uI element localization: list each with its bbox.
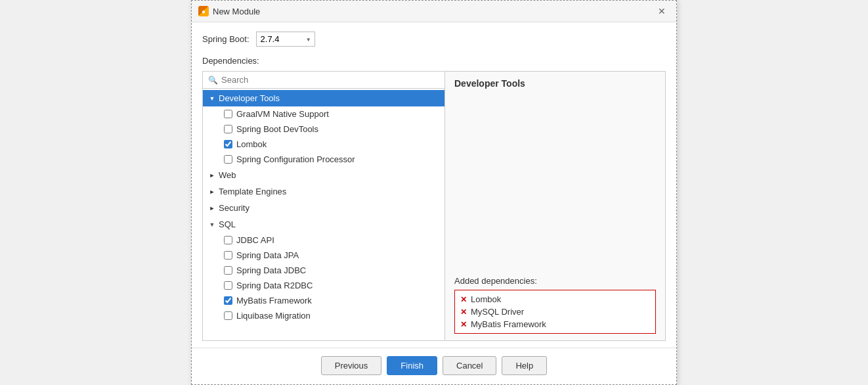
dep-remove-mybatis[interactable]: ✕ xyxy=(460,321,467,328)
dep-item-mysql: ✕ MySQL Driver xyxy=(460,307,650,317)
chevron-developer-tools: ▼ xyxy=(208,95,216,102)
title-bar-left: ● New Module xyxy=(198,6,260,16)
dep-remove-lombok[interactable]: ✕ xyxy=(460,296,467,304)
jdbc-api-checkbox[interactable] xyxy=(224,236,232,244)
close-button[interactable]: ✕ xyxy=(654,5,670,18)
spring-boot-label: Spring Boot: xyxy=(202,34,250,44)
spring-boot-select[interactable]: 2.7.4 3.0.0 3.1.0 xyxy=(256,32,315,47)
sql-label: SQL xyxy=(219,219,236,229)
lombok-checkbox[interactable] xyxy=(224,140,232,148)
spring-data-jpa-label[interactable]: Spring Data JPA xyxy=(236,250,299,260)
main-content: 🔍 ▼ Developer Tools Gr xyxy=(202,71,666,341)
sql-children: JDBC API Spring Data JPA Spring Data JDB… xyxy=(203,233,445,323)
dependencies-label: Dependencies: xyxy=(202,56,666,66)
footer: Previous Finish Cancel Help xyxy=(192,348,676,384)
tree-list: ▼ Developer Tools GraalVM Native Support… xyxy=(203,89,445,340)
spring-config-label[interactable]: Spring Configuration Processor xyxy=(236,154,355,164)
dialog-title: New Module xyxy=(213,7,260,16)
finish-button[interactable]: Finish xyxy=(387,356,437,375)
tree-item-web[interactable]: ► Web xyxy=(203,167,445,183)
search-icon: 🔍 xyxy=(208,76,218,85)
search-input[interactable] xyxy=(221,75,439,85)
chevron-security: ► xyxy=(208,205,216,212)
web-label: Web xyxy=(219,170,236,180)
help-button[interactable]: Help xyxy=(502,356,547,375)
left-panel: 🔍 ▼ Developer Tools Gr xyxy=(202,71,445,341)
developer-tools-children: GraalVM Native Support Spring Boot DevTo… xyxy=(203,106,445,167)
right-content: Developer Tools Added dependencies: ✕ Lo… xyxy=(454,78,656,334)
tree-leaf-liquibase: Liquibase Migration xyxy=(219,308,445,323)
security-label: Security xyxy=(219,203,250,213)
tree-leaf-lombok: Lombok xyxy=(219,137,445,152)
search-box: 🔍 xyxy=(203,72,445,89)
dep-label-lombok: Lombok xyxy=(471,294,501,304)
tree-category-template-engines[interactable]: ► Template Engines xyxy=(203,183,445,200)
tree-category-web[interactable]: ► Web xyxy=(203,167,445,183)
dep-item-mybatis: ✕ MyBatis Framework xyxy=(460,319,650,329)
developer-tools-label: Developer Tools xyxy=(219,93,280,103)
tree-item-developer-tools[interactable]: ▼ Developer Tools GraalVM Native Support… xyxy=(203,90,445,167)
spring-data-jdbc-label[interactable]: Spring Data JDBC xyxy=(236,265,306,275)
dialog-body: Spring Boot: 2.7.4 3.0.0 3.1.0 Dependenc… xyxy=(192,22,676,348)
tree-leaf-mybatis: MyBatis Framework xyxy=(219,293,445,308)
new-module-dialog: ● New Module ✕ Spring Boot: 2.7.4 3.0.0 … xyxy=(191,0,677,385)
panel-section-title: Developer Tools xyxy=(454,78,656,89)
dep-label-mysql: MySQL Driver xyxy=(471,307,524,317)
dep-item-lombok: ✕ Lombok xyxy=(460,294,650,304)
spring-data-r2dbc-checkbox[interactable] xyxy=(224,281,232,290)
chevron-sql: ▼ xyxy=(208,221,216,228)
tree-leaf-graalvm: GraalVM Native Support xyxy=(219,106,445,122)
tree-leaf-spring-config: Spring Configuration Processor xyxy=(219,152,445,167)
lombok-label[interactable]: Lombok xyxy=(236,139,267,149)
tree-item-security[interactable]: ► Security xyxy=(203,200,445,216)
graalvm-checkbox[interactable] xyxy=(224,110,232,118)
spring-data-jpa-checkbox[interactable] xyxy=(224,251,232,260)
devtools-checkbox[interactable] xyxy=(224,125,232,133)
right-panel: Developer Tools Added dependencies: ✕ Lo… xyxy=(445,71,666,341)
dep-remove-mysql[interactable]: ✕ xyxy=(460,308,467,316)
spring-boot-select-wrapper[interactable]: 2.7.4 3.0.0 3.1.0 xyxy=(256,32,315,47)
tree-item-sql[interactable]: ▼ SQL JDBC API Spring Data JPA xyxy=(203,216,445,323)
previous-button[interactable]: Previous xyxy=(321,356,382,375)
tree-item-template-engines[interactable]: ► Template Engines xyxy=(203,183,445,200)
chevron-template-engines: ► xyxy=(208,189,216,195)
jdbc-api-label[interactable]: JDBC API xyxy=(236,235,274,245)
dep-label-mybatis: MyBatis Framework xyxy=(471,319,546,329)
tree-leaf-spring-data-r2dbc: Spring Data R2DBC xyxy=(219,278,445,293)
spring-data-jdbc-checkbox[interactable] xyxy=(224,266,232,275)
spacer xyxy=(454,95,656,276)
graalvm-label[interactable]: GraalVM Native Support xyxy=(236,109,329,119)
mybatis-label[interactable]: MyBatis Framework xyxy=(236,296,312,306)
tree-leaf-jdbc-api: JDBC API xyxy=(219,233,445,248)
tree-leaf-devtools: Spring Boot DevTools xyxy=(219,122,445,137)
chevron-web: ► xyxy=(208,172,216,179)
template-engines-label: Template Engines xyxy=(219,187,286,196)
tree-category-developer-tools[interactable]: ▼ Developer Tools xyxy=(203,90,445,106)
liquibase-checkbox[interactable] xyxy=(224,311,232,320)
title-bar: ● New Module ✕ xyxy=(192,1,676,22)
tree-leaf-spring-data-jpa: Spring Data JPA xyxy=(219,248,445,263)
tree-category-sql[interactable]: ▼ SQL xyxy=(203,216,445,233)
cancel-button[interactable]: Cancel xyxy=(443,356,496,375)
tree-category-security[interactable]: ► Security xyxy=(203,200,445,216)
added-deps-box: ✕ Lombok ✕ MySQL Driver ✕ MyBatis Framew… xyxy=(454,290,656,334)
mybatis-checkbox[interactable] xyxy=(224,296,232,305)
liquibase-label[interactable]: Liquibase Migration xyxy=(236,311,311,321)
spring-config-checkbox[interactable] xyxy=(224,155,232,164)
devtools-label[interactable]: Spring Boot DevTools xyxy=(236,124,318,134)
spring-boot-row: Spring Boot: 2.7.4 3.0.0 3.1.0 xyxy=(202,32,666,47)
app-icon: ● xyxy=(198,6,209,16)
tree-leaf-spring-data-jdbc: Spring Data JDBC xyxy=(219,263,445,278)
spring-data-r2dbc-label[interactable]: Spring Data R2DBC xyxy=(236,281,313,290)
added-deps-label: Added dependencies: xyxy=(454,276,656,286)
